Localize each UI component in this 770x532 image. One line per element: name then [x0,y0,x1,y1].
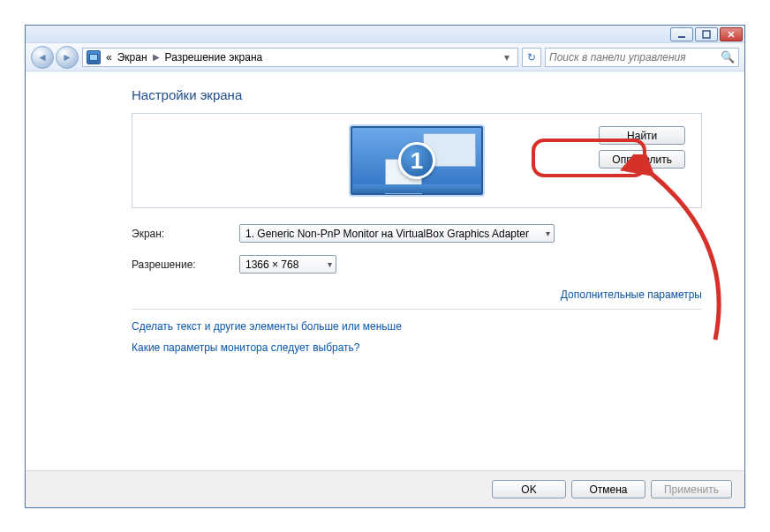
nav-back-button[interactable]: ◄ [31,46,54,69]
separator [132,309,702,310]
svg-rect-0 [678,36,685,38]
content-area: Настройки экрана 1 Найти Определить Экра… [26,71,744,373]
text-size-link[interactable]: Сделать текст и другие элементы больше и… [132,320,702,333]
refresh-button[interactable]: ↻ [522,48,541,67]
control-panel-window: ◄ ► « Экран ▶ Разрешение экрана ▾ ↻ 🔍 На… [25,25,745,508]
address-dropdown[interactable]: ▾ [500,51,514,64]
nav-forward-button[interactable]: ► [56,46,79,69]
minimize-button[interactable] [670,27,693,41]
breadcrumb-prefix: « [106,51,112,64]
svg-rect-1 [703,31,710,38]
apply-button: Применить [651,480,732,498]
maximize-button[interactable] [695,27,718,41]
monitor-preview[interactable]: 1 [351,126,483,195]
screen-label: Экран: [132,228,229,240]
display-preview-box: 1 Найти Определить [132,113,702,208]
breadcrumb-item[interactable]: Разрешение экрана [165,51,263,64]
page-title: Настройки экрана [132,87,702,102]
search-icon[interactable]: 🔍 [721,50,735,64]
search-input[interactable] [549,51,717,64]
cancel-button[interactable]: Отмена [571,480,645,498]
close-button[interactable] [720,27,743,41]
resolution-label: Разрешение: [132,259,229,271]
display-icon [87,50,101,64]
find-button[interactable]: Найти [599,126,685,145]
taskbar-icon [352,184,481,193]
advanced-settings-link[interactable]: Дополнительные параметры [561,288,702,301]
resolution-dropdown[interactable]: 1366 × 768 [239,255,336,273]
address-bar[interactable]: « Экран ▶ Разрешение экрана ▾ [82,48,518,67]
identify-button[interactable]: Определить [599,150,685,169]
screen-dropdown[interactable]: 1. Generic Non-PnP Monitor на VirtualBox… [239,224,555,243]
footer: OK Отмена Применить [26,470,744,507]
search-box: 🔍 [545,48,739,67]
titlebar [26,26,744,43]
chevron-right-icon: ▶ [153,52,160,62]
ok-button[interactable]: OK [492,480,566,498]
breadcrumb-item[interactable]: Экран [117,51,147,64]
navbar: ◄ ► « Экран ▶ Разрешение экрана ▾ ↻ 🔍 [26,43,744,71]
monitor-number-badge: 1 [398,142,435,179]
monitor-help-link[interactable]: Какие параметры монитора следует выбрать… [132,341,702,354]
